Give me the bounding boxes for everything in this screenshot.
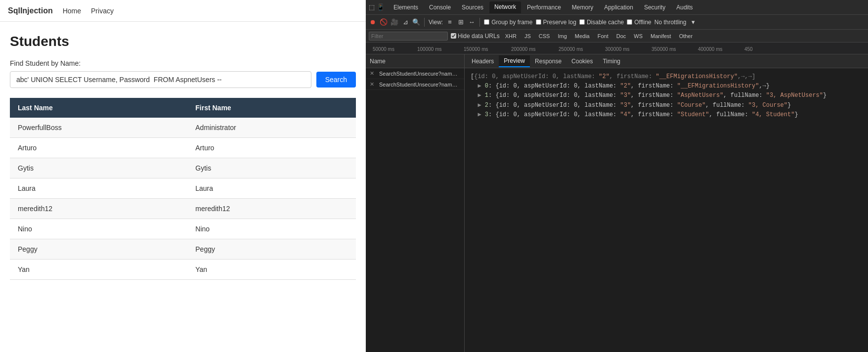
throttling-dropdown-icon[interactable]: ▾ <box>689 18 697 26</box>
preview-line-1: ▶ 1: {id: 0, aspNetUserId: 0, lastName: … <box>471 91 862 100</box>
request-row-1[interactable]: ✕ SearchStudentUnsecure?name... <box>366 68 464 79</box>
preview-line-0: ▶ 0: {id: 0, aspNetUserId: 0, lastName: … <box>471 82 862 91</box>
filter-manifest[interactable]: Manifest <box>648 33 674 40</box>
timeline-50k: 50000 ms <box>373 46 394 52</box>
requests-panel: Name ✕ SearchStudentUnsecure?name... ✕ S… <box>366 54 465 352</box>
preserve-log-checkbox[interactable] <box>536 19 541 25</box>
search-row: Search <box>10 71 356 88</box>
clear-icon[interactable]: 🚫 <box>380 18 388 26</box>
table-row: NinoNino <box>10 219 356 239</box>
devtools-tabs: ⬚ 📱 Elements Console Sources Network Per… <box>366 0 868 15</box>
disable-cache-group: Disable cache <box>579 19 624 26</box>
disable-cache-checkbox[interactable] <box>579 19 585 25</box>
disable-cache-label: Disable cache <box>587 19 624 26</box>
separator-1 <box>424 18 425 27</box>
request-1-name: SearchStudentUnsecure?name... <box>379 71 458 77</box>
detail-tab-preview[interactable]: Preview <box>499 55 530 67</box>
timeline-100k: 100000 ms <box>417 46 441 52</box>
group-by-frame-label: Group by frame <box>491 19 532 26</box>
offline-label: Offline <box>634 19 651 26</box>
cell-last-name: Peggy <box>10 239 187 260</box>
filter-font[interactable]: Font <box>595 33 611 40</box>
devtools-panel: ⬚ 📱 Elements Console Sources Network Per… <box>366 0 868 352</box>
view-label: View: <box>429 19 443 26</box>
request-2-close[interactable]: ✕ <box>370 81 374 88</box>
preserve-log-label: Preserve log <box>543 19 576 26</box>
filter-xhr[interactable]: XHR <box>503 33 519 40</box>
app-brand: SqlInjection <box>8 6 53 15</box>
search-button[interactable]: Search <box>316 72 356 88</box>
filter-ws[interactable]: WS <box>631 33 645 40</box>
tab-sources[interactable]: Sources <box>457 2 488 13</box>
detail-tab-response[interactable]: Response <box>530 56 566 67</box>
tab-security[interactable]: Security <box>639 2 670 13</box>
devtools-phone-icon[interactable]: 📱 <box>377 3 385 11</box>
cell-last-name: Gytis <box>10 158 187 178</box>
filter-img[interactable]: Img <box>555 33 569 40</box>
preview-line-root: [{id: 0, aspNetUserId: 0, lastName: "2",… <box>471 72 862 82</box>
devtools-toolbar: ⏺ 🚫 🎥 ⊿ 🔍 View: ≡ ⊞ ↔ Group by frame Pre… <box>366 15 868 30</box>
timeline-300k: 300000 ms <box>605 46 629 52</box>
detail-tab-headers[interactable]: Headers <box>467 56 499 67</box>
tab-audits[interactable]: Audits <box>671 2 697 13</box>
tab-console[interactable]: Console <box>424 2 456 13</box>
cell-first-name: Administrator <box>187 118 356 138</box>
table-row: PeggyPeggy <box>10 239 356 260</box>
view-list-icon[interactable]: ≡ <box>446 18 454 26</box>
cell-last-name: Nino <box>10 219 187 239</box>
cell-last-name: PowerfullBoss <box>10 118 187 138</box>
tab-application[interactable]: Application <box>599 2 638 13</box>
find-label: Find Student by Name: <box>10 59 356 67</box>
cell-first-name: Arturo <box>187 138 356 158</box>
tab-elements[interactable]: Elements <box>389 2 423 13</box>
network-content: Name ✕ SearchStudentUnsecure?name... ✕ S… <box>366 54 868 352</box>
filter-doc[interactable]: Doc <box>614 33 629 40</box>
cell-last-name: Laura <box>10 178 187 199</box>
request-row-2[interactable]: ✕ SearchStudentUnsecure?name... <box>366 79 464 90</box>
search-input[interactable] <box>10 71 311 88</box>
search-magnify-icon[interactable]: 🔍 <box>412 18 420 26</box>
devtools-cursor-icon[interactable]: ⬚ <box>368 3 376 11</box>
filter-bar: Hide data URLs XHR JS CSS Img Media Font… <box>366 30 868 43</box>
filter-js[interactable]: JS <box>522 33 533 40</box>
tab-network[interactable]: Network <box>489 1 521 13</box>
timeline-150k: 150000 ms <box>464 46 488 52</box>
request-1-close[interactable]: ✕ <box>370 70 374 77</box>
offline-group: Offline <box>627 19 651 26</box>
nav-home[interactable]: Home <box>63 7 81 15</box>
filter-media[interactable]: Media <box>572 33 592 40</box>
preserve-log-group: Preserve log <box>536 19 576 26</box>
hide-data-urls-checkbox[interactable] <box>451 33 456 39</box>
view-group-icon[interactable]: ⊞ <box>457 18 465 26</box>
view-waterfall-icon[interactable]: ↔ <box>468 18 476 26</box>
filter-css[interactable]: CSS <box>536 33 553 40</box>
filter-other[interactable]: Other <box>677 33 695 40</box>
no-throttling-label: No throttling <box>654 19 687 26</box>
offline-checkbox[interactable] <box>627 19 632 25</box>
cell-first-name: Nino <box>187 219 356 239</box>
page-title: Students <box>10 34 356 49</box>
record-icon[interactable]: ⏺ <box>369 18 377 26</box>
name-col-header: Name <box>366 54 464 68</box>
table-row: meredith12meredith12 <box>10 199 356 219</box>
table-header-row: Last Name First Name <box>10 98 356 118</box>
timeline-250k: 250000 ms <box>559 46 583 52</box>
group-by-frame-checkbox[interactable] <box>484 19 489 25</box>
filter-input[interactable] <box>369 32 448 41</box>
cell-first-name: Gytis <box>187 158 356 178</box>
cell-first-name: Peggy <box>187 239 356 260</box>
detail-tab-cookies[interactable]: Cookies <box>566 56 598 67</box>
camera-icon[interactable]: 🎥 <box>391 18 398 26</box>
preview-line-2: ▶ 2: {id: 0, aspNetUserId: 0, lastName: … <box>471 101 862 110</box>
cell-first-name: Yan <box>187 260 356 280</box>
timeline-350k: 350000 ms <box>651 46 676 52</box>
detail-tab-timing[interactable]: Timing <box>598 56 625 67</box>
hide-data-urls-label: Hide data URLs <box>458 33 500 40</box>
separator-2 <box>479 18 480 27</box>
tab-memory[interactable]: Memory <box>567 2 598 13</box>
nav-privacy[interactable]: Privacy <box>91 7 114 15</box>
detail-tabs: Headers Preview Response Cookies Timing <box>465 54 868 68</box>
tab-performance[interactable]: Performance <box>522 2 566 13</box>
filter-icon[interactable]: ⊿ <box>401 18 409 26</box>
hide-data-urls-group: Hide data URLs <box>451 33 500 40</box>
